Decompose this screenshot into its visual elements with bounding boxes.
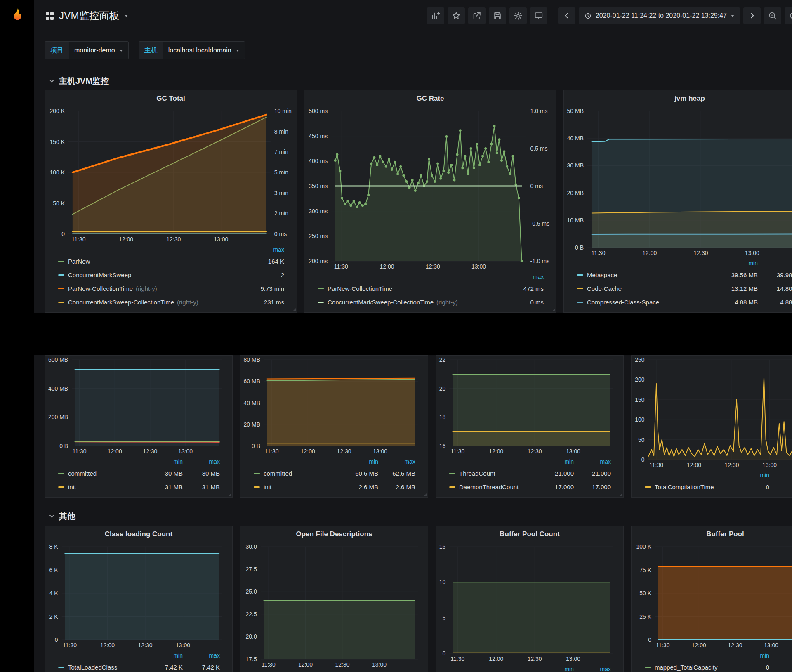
legend-header: minmax — [58, 457, 220, 467]
share-button[interactable] — [468, 7, 486, 24]
svg-text:12:30: 12:30 — [528, 448, 542, 455]
series-label: Code-Cache — [587, 285, 622, 292]
svg-text:12:30: 12:30 — [337, 448, 351, 455]
series-Compressed-Class-Space — [592, 234, 792, 248]
variable-host: 主机 localhost.localdomain — [139, 41, 245, 59]
svg-text:22.5: 22.5 — [246, 611, 257, 618]
legend-col-min[interactable]: min — [137, 652, 183, 659]
series-color-dash — [577, 288, 583, 289]
legend-header: minmax — [58, 651, 220, 660]
panel-title[interactable]: GC Rate — [304, 90, 556, 107]
svg-text:13:00: 13:00 — [178, 448, 193, 455]
legend-series[interactable]: ThreadCount21.00021.000 — [449, 467, 611, 480]
legend-series[interactable]: init31 MB31 MB — [58, 480, 220, 494]
svg-text:60 MB: 60 MB — [244, 378, 260, 384]
panel-title[interactable]: Open File Descriptions — [240, 526, 428, 542]
legend-series[interactable]: ParNew164 K — [58, 255, 284, 268]
legend-col-min[interactable]: min — [528, 458, 574, 465]
legend-series[interactable]: TotalCompilationTime0 — [645, 480, 792, 494]
refresh-button[interactable] — [785, 7, 792, 24]
series-label: ConcurrentMarkSweep-CollectionTime — [68, 299, 174, 306]
row-header-jvm[interactable]: 主机JVM监控 — [49, 75, 109, 87]
settings-button[interactable] — [509, 7, 527, 24]
variable-project: 项目 monitor-demo — [45, 41, 129, 59]
legend-series[interactable]: ConcurrentMarkSweep2 — [58, 268, 284, 282]
legend-col-min[interactable]: min — [724, 472, 769, 479]
add-panel-button[interactable] — [427, 7, 444, 24]
svg-text:7 min: 7 min — [274, 149, 288, 155]
legend-col-min[interactable]: min — [712, 260, 758, 266]
save-button[interactable] — [489, 7, 506, 24]
svg-text:12:00: 12:00 — [380, 263, 394, 270]
cycle-view-button[interactable] — [530, 7, 547, 24]
legend-series[interactable]: committed60.6 MB62.6 MB — [254, 467, 415, 480]
dashboard-title[interactable]: JVM监控面板 — [59, 9, 119, 22]
series-color-dash — [449, 473, 455, 474]
legend-col-max[interactable]: max — [758, 260, 792, 266]
series-value: 17.000 — [574, 483, 611, 490]
legend-col-min[interactable]: min — [724, 652, 769, 659]
legend-series[interactable]: ParNew-CollectionTime(right-y)9.73 min — [58, 282, 284, 295]
series-value: 31 MB — [183, 483, 220, 490]
panel-row-3: Class loading Count8 K6 K4 K2 K011:3012:… — [45, 526, 792, 672]
legend-series[interactable]: DaemonThreadCount17.00017.000 — [449, 480, 611, 494]
legend-series[interactable]: Compressed-Class-Space4.88 MB4.88 MB — [577, 295, 792, 309]
svg-text:5: 5 — [443, 615, 446, 621]
legend-col-max[interactable]: max — [574, 666, 611, 672]
share-icon — [472, 11, 481, 20]
time-back-button[interactable] — [558, 7, 575, 24]
series-value: 231 ms — [247, 299, 284, 306]
row-header-other[interactable]: 其他 — [49, 510, 75, 522]
legend-series[interactable]: ConcurrentMarkSweep-CollectionTime(right… — [318, 295, 544, 309]
variable-host-select[interactable]: localhost.localdomain — [163, 42, 245, 59]
legend: minmaxTotalLoadedClass7.42 K7.42 K — [45, 651, 232, 672]
star-button[interactable] — [448, 7, 465, 24]
time-forward-button[interactable] — [743, 7, 761, 24]
legend-series[interactable]: ParNew-CollectionTime472 ms — [318, 282, 544, 295]
legend-col-min[interactable]: min — [333, 458, 378, 465]
zoom-out-button[interactable] — [764, 7, 781, 24]
series-committed — [267, 380, 415, 446]
svg-text:500 ms: 500 ms — [309, 108, 328, 114]
legend-col-max[interactable]: max — [183, 652, 220, 659]
series-value: 7.42 K — [137, 664, 183, 671]
svg-text:13:00: 13:00 — [566, 448, 580, 455]
legend-series[interactable]: mapped_TotalCapacity0 — [645, 660, 792, 672]
panel-title[interactable]: jvm heap — [564, 90, 792, 107]
svg-text:250: 250 — [635, 356, 645, 363]
legend-col-max[interactable]: max — [507, 274, 544, 280]
legend-series[interactable]: ConcurrentMarkSweep-CollectionTime(right… — [58, 295, 284, 309]
grafana-logo[interactable] — [0, 0, 34, 31]
legend-col-max[interactable]: max — [247, 246, 284, 253]
legend-series[interactable]: TotalLoadedClass7.42 K7.42 K — [58, 660, 220, 672]
variable-project-select[interactable]: monitor-demo — [69, 42, 128, 59]
svg-text:100: 100 — [635, 416, 645, 423]
series-ParNew-CollectionTime — [334, 125, 523, 262]
series-value: 30 MB — [183, 470, 220, 477]
legend-series[interactable]: committed30 MB30 MB — [58, 467, 220, 480]
panel-title[interactable]: GC Total — [45, 90, 297, 107]
legend-col-max[interactable]: max — [574, 458, 611, 465]
svg-text:11:30: 11:30 — [63, 642, 77, 648]
svg-text:13:00: 13:00 — [566, 655, 580, 662]
chart-area-open-files: 30.027.525.022.520.017.511:3012:0012:301… — [240, 542, 428, 670]
dashboard-grid-icon[interactable] — [46, 12, 54, 20]
time-range-picker[interactable]: 2020-01-22 11:24:22 to 2020-01-22 13:29:… — [579, 7, 740, 24]
series-TotalCompilationTime — [648, 378, 792, 460]
svg-text:20: 20 — [439, 385, 446, 392]
svg-text:12:30: 12:30 — [166, 236, 181, 243]
legend-series[interactable]: init2.6 MB2.6 MB — [254, 480, 415, 494]
navbar: JVM监控面板 — [34, 0, 792, 31]
legend-col-max[interactable]: max — [378, 458, 415, 465]
panel-title[interactable]: Buffer Pool — [632, 526, 792, 542]
panel-title[interactable]: Class loading Count — [45, 526, 232, 542]
legend-col-min[interactable]: min — [137, 458, 183, 465]
legend-series[interactable]: Metaspace39.56 MB39.98 MB — [577, 268, 792, 282]
legend-col-min[interactable]: min — [528, 666, 574, 672]
series-label: ThreadCount — [459, 470, 495, 477]
series-value: 0 ms — [507, 299, 544, 306]
panel-title[interactable]: Buffer Pool Count — [436, 526, 623, 542]
legend-series[interactable]: Code-Cache13.12 MB14.80 MB — [577, 282, 792, 295]
legend-col-max[interactable]: max — [183, 458, 220, 465]
svg-text:11:30: 11:30 — [450, 448, 464, 455]
